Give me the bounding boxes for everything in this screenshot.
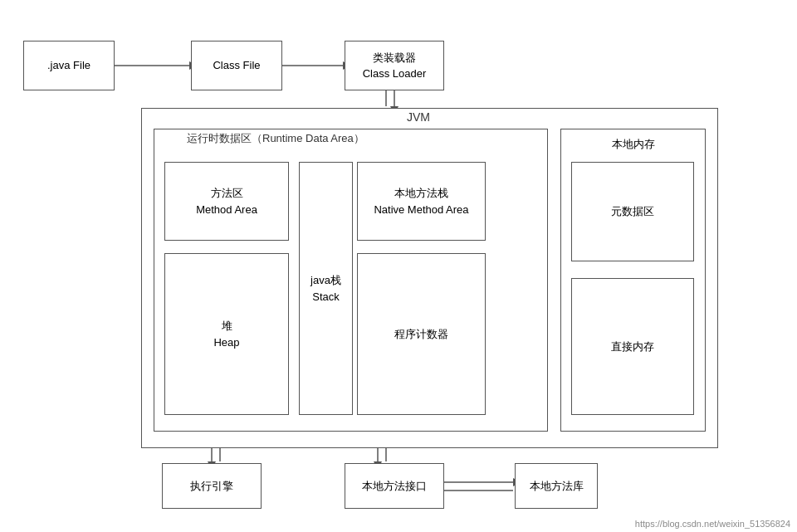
stack-box: java栈 Stack [299,162,353,415]
method-area-en: Method Area [196,202,257,218]
class-file-label: Class File [213,57,260,74]
counter-label: 程序计数器 [394,326,448,343]
runtime-label: 运行时数据区（Runtime Data Area） [187,131,364,146]
exec-engine-label: 执行引擎 [190,478,233,495]
class-loader-en-label: Class Loader [363,66,427,82]
heap-en: Heap [213,334,239,351]
method-area-cn: 方法区 [211,185,243,202]
class-loader-cn-label: 类装载器 [373,50,416,66]
native-method-stack-en: Native Method Area [374,202,468,218]
stack-cn: java栈 [310,272,341,289]
heap-cn: 堆 [222,318,232,334]
java-file-box: .java File [23,41,115,90]
exec-engine-box: 执行引擎 [162,463,262,509]
native-method-stack-cn: 本地方法栈 [394,185,448,202]
meta-label: 元数据区 [611,203,654,220]
meta-box: 元数据区 [571,162,694,261]
java-file-label: .java File [47,57,90,74]
watermark: https://blog.csdn.net/weixin_51356824 [635,519,790,529]
jvm-label: JVM [407,110,430,124]
counter-box: 程序计数器 [357,253,486,415]
native-method-stack-box: 本地方法栈 Native Method Area [357,162,486,241]
method-area-box: 方法区 Method Area [164,162,289,241]
native-lib-box: 本地方法库 [515,463,598,509]
class-file-box: Class File [191,41,282,90]
heap-box: 堆 Heap [164,253,289,415]
native-interface-box: 本地方法接口 [345,463,444,509]
stack-en: Stack [312,289,340,305]
native-mem-label: 本地内存 [612,136,655,153]
direct-mem-box: 直接内存 [571,278,694,415]
native-interface-label: 本地方法接口 [362,478,427,495]
direct-mem-label: 直接内存 [611,339,654,355]
class-loader-box: 类装载器 Class Loader [345,41,444,90]
native-lib-label: 本地方法库 [530,478,584,495]
diagram-area: .java File Class File 类装载器 Class Loader … [0,0,797,532]
